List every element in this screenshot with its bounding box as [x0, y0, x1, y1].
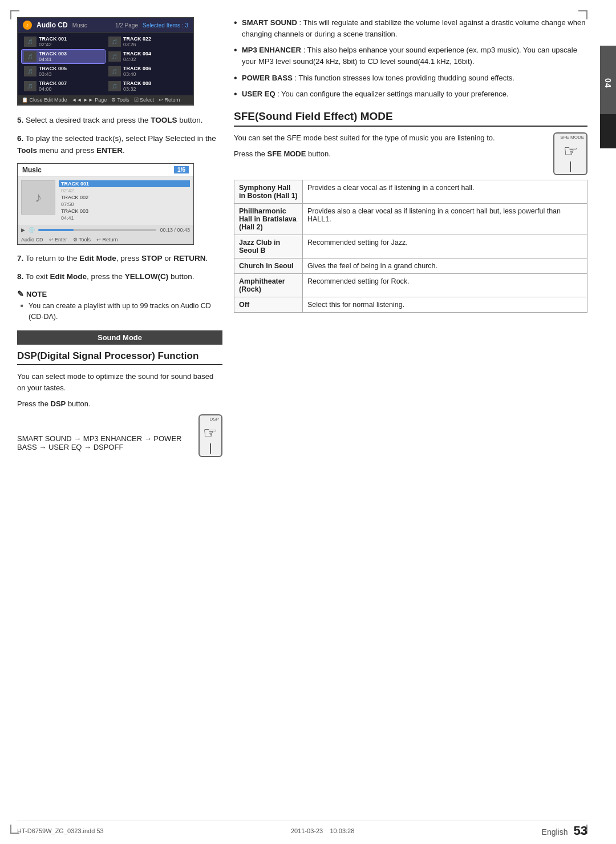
track-thumb: 🎵 — [24, 81, 37, 91]
sfe-heading: SFE(Sound Field Effect) MODE — [234, 110, 587, 127]
dsp-remote-icon: DSP ☞ — [198, 414, 222, 457]
dsp-heading: DSP(Digital Signal Processor) Function — [17, 350, 222, 365]
sfe-table-body: Symphony Hall in Boston (Hall 1) Provide… — [234, 180, 587, 312]
track-thumb: 🎵 — [108, 66, 121, 76]
dsp-intro: You can select mode to optimize the soun… — [17, 371, 222, 394]
chapter-side-tab: 04 Basic Functions — [600, 46, 616, 123]
album-art: ♪ — [21, 180, 55, 215]
step-7-number: 7. — [17, 254, 23, 263]
chapter-number: 04 — [603, 78, 613, 88]
mode-cell-hall1: Symphony Hall in Boston (Hall 1) — [234, 180, 303, 203]
sfe-remote-label: SFE MODE — [560, 135, 584, 140]
bullet-power-bass: POWER BASS : This function stresses low … — [234, 72, 587, 84]
left-column: ♪ Audio CD Music 1/2 Page Selected Items… — [17, 17, 222, 821]
mode-cell-church: Church in Seoul — [234, 258, 303, 273]
step-5-text: Select a desired track and press the TOO… — [26, 116, 202, 124]
music-page-indicator: 1/6 — [174, 166, 189, 173]
sfe-intro-text: You can set the SFE mode best suited for… — [234, 132, 495, 164]
track-info: TRACK 022 03:26 — [123, 36, 151, 47]
track-thumb: 🎵 — [24, 51, 37, 62]
music-track-003: TRACK 003 — [59, 208, 190, 215]
step-6: 6. To play the selected track(s), select… — [17, 133, 222, 156]
sfe-remote-icon: SFE MODE ☞ — [553, 132, 587, 175]
music-progress-bar-area: ▶ 💿 00:13 / 00:43 — [18, 225, 193, 235]
track-item-005: 🎵 TRACK 005 03:43 — [22, 64, 105, 78]
main-content: ♪ Audio CD Music 1/2 Page Selected Items… — [17, 17, 587, 821]
track-info: TRACK 001 02:42 — [39, 36, 67, 47]
mode-cell-hall2: Phillharmonic Hall in Bratislava (Hall 2… — [234, 203, 303, 235]
dsp-bold: DSP — [51, 399, 66, 408]
music-footer-disc: Audio CD — [21, 237, 43, 243]
desc-cell-off: Select this for normal listening. — [303, 297, 587, 312]
footer-file: HT-D6759W_ZG_0323.indd 53 — [17, 827, 104, 834]
screen-page: 1/2 Page — [115, 22, 138, 29]
audio-cd-screen: ♪ Audio CD Music 1/2 Page Selected Items… — [17, 17, 194, 106]
track-thumb: 🎵 — [108, 51, 121, 62]
step-8-text: To exit Edit Mode, press the YELLOW(C) b… — [26, 272, 194, 281]
step-5: 5. Select a desired track and press the … — [17, 115, 222, 126]
step-5-number: 5. — [17, 116, 23, 124]
note-icon: ✎ — [17, 289, 24, 298]
music-track-selected: TRACK 001 — [59, 180, 190, 187]
page-number-area: English 53 — [542, 823, 587, 838]
side-tab-accent — [600, 114, 616, 148]
desc-cell-church: Gives the feel of being in a grand churc… — [303, 258, 587, 273]
track-thumb: 🎵 — [108, 81, 121, 91]
step-8-number: 8. — [17, 272, 23, 281]
music-footer: Audio CD ↵ Enter ⚙ Tools ↩ Return — [18, 235, 193, 244]
track-item-006: 🎵 TRACK 006 03:40 — [106, 64, 189, 78]
track-info: TRACK 003 04:41 — [39, 51, 67, 62]
track-item-003: 🎵 TRACK 003 04:41 — [22, 50, 105, 63]
track-info: TRACK 006 03:40 — [123, 66, 151, 77]
page-language: English — [542, 827, 568, 837]
disc-icon: 💿 — [29, 227, 35, 233]
track-item-007: 🎵 TRACK 007 04:00 — [22, 79, 105, 93]
sound-mode-bar: Sound Mode — [17, 330, 222, 345]
screen-title: Audio CD — [37, 21, 68, 29]
mode-cell-off: Off — [234, 297, 303, 312]
note-title: NOTE — [26, 290, 47, 298]
track-thumb: 🎵 — [24, 66, 37, 76]
mode-cell-jazz: Jazz Club in Seoul B — [234, 235, 303, 258]
footer-select: ☑ Select — [134, 97, 155, 103]
music-track-002-time: 07:58 — [59, 201, 190, 208]
dsp-flow: SMART SOUND → MP3 ENHANCER → POWER BASS … — [17, 434, 191, 451]
step-6-number: 6. — [17, 134, 23, 143]
note-item-1: You can create a playlist with up to 99 … — [17, 301, 222, 322]
table-row: Jazz Club in Seoul B Recommended setting… — [234, 235, 587, 258]
music-footer-return: ↩ Return — [96, 237, 118, 243]
chapter-title: Basic Functions — [592, 54, 600, 115]
music-header: Music 1/6 — [18, 164, 193, 177]
track-item-022: 🎵 TRACK 022 03:26 — [106, 35, 189, 49]
dsp-icon-area: SMART SOUND → MP3 ENHANCER → POWER BASS … — [17, 414, 222, 457]
table-row: Off Select this for normal listening. — [234, 297, 587, 312]
page-footer: HT-D6759W_ZG_0323.indd 53 2011-03-23 10:… — [17, 821, 587, 838]
sfe-hand-icon: ☞ — [564, 142, 578, 160]
desc-cell-hall2: Provides also a clear vocal as if listen… — [303, 203, 587, 235]
music-tracklist: TRACK 001 02:42 TRACK 002 07:58 TRACK 00… — [59, 180, 190, 221]
track-item-001: 🎵 TRACK 001 02:42 — [22, 35, 105, 49]
mode-cell-rock: Amphitheater (Rock) — [234, 273, 303, 297]
note-header: ✎ NOTE — [17, 289, 222, 298]
step-7-text: To return to the Edit Mode, press STOP o… — [26, 254, 208, 263]
track-thumb: 🎵 — [108, 37, 121, 47]
table-row: Amphitheater (Rock) Recommended setting … — [234, 273, 587, 297]
footer-date: 2011-03-23 — [291, 827, 323, 834]
table-row: Phillharmonic Hall in Bratislava (Hall 2… — [234, 203, 587, 235]
music-title: Music — [22, 166, 42, 174]
track-item-008: 🎵 TRACK 008 03:32 — [106, 79, 189, 93]
dsp-finger-line — [210, 443, 211, 454]
progress-bar — [38, 229, 156, 231]
cd-icon: ♪ — [23, 21, 32, 30]
footer-time: 10:03:28 — [330, 827, 354, 834]
screen-body: 🎵 TRACK 001 02:42 🎵 TRACK 022 03:26 — [18, 33, 193, 95]
track-info: TRACK 005 03:43 — [39, 66, 67, 77]
footer-page: ◄◄ ►► Page — [72, 97, 107, 103]
note-section: ✎ NOTE You can create a playlist with up… — [17, 289, 222, 322]
screen-footer: 📋 Close Edit Mode ◄◄ ►► Page ⚙ Tools ☑ S… — [18, 95, 193, 104]
page-number: 53 — [574, 823, 587, 838]
desc-cell-jazz: Recommended setting for Jazz. — [303, 235, 587, 258]
music-track-time-selected: 02:42 — [59, 187, 190, 194]
music-track-003-time: 04:41 — [59, 215, 190, 221]
footer-close: 📋 Close Edit Mode — [22, 97, 67, 103]
